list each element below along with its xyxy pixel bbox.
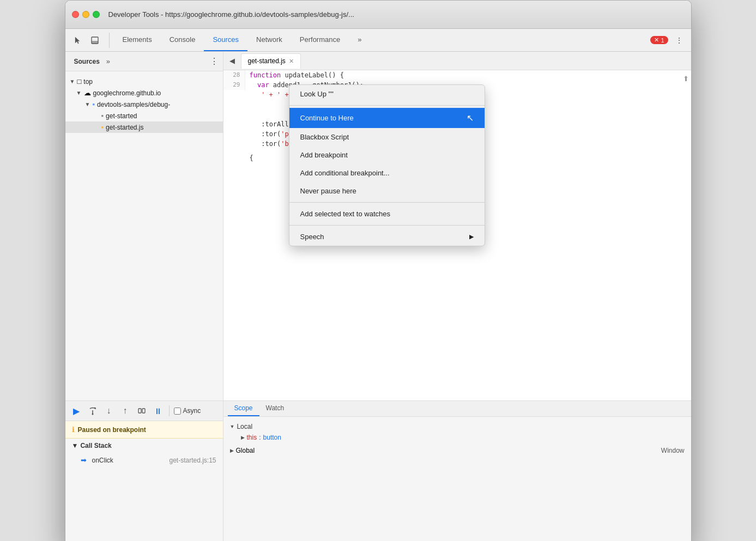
code-tab-get-started-js[interactable]: get-started.js ✕ bbox=[241, 53, 301, 69]
step-out-button[interactable]: ↑ bbox=[119, 404, 132, 417]
window-title: Developer Tools - https://googlechrome.g… bbox=[108, 10, 354, 19]
file-sidebar: Sources » ⋮ ▼ □ top ▼ ☁ googlechrome.git… bbox=[65, 52, 223, 400]
toolbar-tabs: Elements Console Sources Network Perform… bbox=[114, 29, 651, 51]
scope-local-section: ▼ Local ▶ this : button bbox=[230, 421, 685, 443]
ctx-add-breakpoint[interactable]: Add breakpoint bbox=[289, 146, 485, 164]
tab-sources[interactable]: Sources bbox=[204, 29, 247, 51]
folder-blue-icon: ▪ bbox=[93, 100, 95, 108]
cloud-icon: ☁ bbox=[84, 89, 91, 97]
step-over-button[interactable] bbox=[86, 404, 99, 417]
scope-tabs: Scope Watch bbox=[223, 401, 691, 417]
scope-this-toggle-icon: ▶ bbox=[241, 435, 245, 440]
scope-global-section: ▶ Global Window bbox=[230, 445, 685, 456]
maximize-button[interactable] bbox=[93, 11, 100, 18]
ctx-separator-3 bbox=[289, 225, 485, 226]
step-button[interactable] bbox=[135, 404, 148, 417]
dock-icon[interactable] bbox=[87, 33, 102, 48]
call-stack-toggle-icon: ▼ bbox=[72, 442, 78, 449]
cursor-icon[interactable] bbox=[70, 33, 85, 48]
scope-tab-watch[interactable]: Watch bbox=[259, 401, 291, 416]
cursor-indicator: ↖ bbox=[467, 113, 474, 123]
tab-console[interactable]: Console bbox=[161, 29, 204, 51]
ctx-never-pause-here[interactable]: Never pause here bbox=[289, 182, 485, 200]
close-button[interactable] bbox=[72, 11, 79, 18]
tab-network[interactable]: Network bbox=[247, 29, 291, 51]
file-icon: ▪ bbox=[101, 112, 104, 120]
traffic-lights bbox=[72, 11, 100, 18]
tree-toggle-icon bbox=[94, 124, 99, 130]
svg-point-2 bbox=[92, 414, 93, 415]
tree-toggle-icon: ▼ bbox=[85, 101, 90, 107]
submenu-arrow-icon: ▶ bbox=[469, 233, 474, 240]
scope-global-header[interactable]: ▶ Global Window bbox=[230, 445, 685, 456]
main-toolbar: Elements Console Sources Network Perform… bbox=[65, 29, 691, 52]
ctx-continue-here[interactable]: Continue to Here ↖ bbox=[289, 108, 485, 128]
svg-rect-3 bbox=[138, 409, 141, 413]
step-into-button[interactable]: ↓ bbox=[102, 404, 116, 417]
call-stack-arrow-icon: ➡ bbox=[81, 456, 87, 464]
sidebar-header: Sources » ⋮ bbox=[65, 52, 223, 71]
debug-toolbar: ▶ ↓ ↑ ⏸ bbox=[65, 401, 223, 421]
ctx-separator-1 bbox=[289, 105, 485, 106]
call-stack-item-onclick[interactable]: ➡ onClick get-started.js:15 bbox=[65, 453, 223, 467]
sidebar-menu-button[interactable]: ⋮ bbox=[210, 56, 219, 66]
debug-separator bbox=[169, 405, 170, 416]
bottom-left-panel: ▶ ↓ ↑ ⏸ bbox=[65, 401, 223, 541]
tree-item-domain[interactable]: ▼ ☁ googlechrome.github.io bbox=[65, 87, 223, 99]
bottom-right-panel: Scope Watch ▼ Local ▶ this : bbox=[223, 401, 691, 541]
scope-content: ▼ Local ▶ this : button ▶ Gl bbox=[223, 417, 691, 463]
tab-elements[interactable]: Elements bbox=[114, 29, 161, 51]
tab-more[interactable]: » bbox=[349, 29, 370, 51]
tree-item-top[interactable]: ▼ □ top bbox=[65, 76, 223, 87]
file-tree: ▼ □ top ▼ ☁ googlechrome.github.io ▼ ▪ d… bbox=[65, 71, 223, 400]
pause-button[interactable]: ⏸ bbox=[152, 404, 165, 417]
code-line-28: 28 function updateLabel() { bbox=[223, 70, 691, 80]
error-badge[interactable]: ✕ 1 bbox=[650, 36, 668, 44]
code-tab-nav-left[interactable]: ◀ bbox=[226, 54, 239, 68]
tree-toggle-icon: ▼ bbox=[76, 90, 82, 96]
more-menu-button[interactable]: ⋮ bbox=[672, 33, 687, 48]
scope-local-toggle-icon: ▼ bbox=[230, 424, 235, 429]
scope-tab-scope[interactable]: Scope bbox=[228, 401, 259, 416]
tree-item-get-started-js[interactable]: ▪ get-started.js bbox=[65, 121, 223, 133]
svg-rect-1 bbox=[92, 41, 98, 44]
code-tabs: ◀ get-started.js ✕ bbox=[223, 52, 691, 70]
ctx-blackbox-script[interactable]: Blackbox Script bbox=[289, 128, 485, 146]
toolbar-icons bbox=[70, 33, 110, 48]
scope-this-item[interactable]: ▶ this : button bbox=[230, 432, 685, 443]
main-content: Sources » ⋮ ▼ □ top ▼ ☁ googlechrome.git… bbox=[65, 52, 691, 400]
js-file-icon: ▪ bbox=[101, 123, 104, 131]
scope-local-header[interactable]: ▼ Local bbox=[230, 421, 685, 432]
ctx-add-to-watches[interactable]: Add selected text to watches bbox=[289, 205, 485, 223]
minimize-button[interactable] bbox=[82, 11, 89, 18]
resume-button[interactable]: ▶ bbox=[70, 404, 83, 417]
folder-icon: □ bbox=[77, 77, 82, 86]
async-check-input[interactable] bbox=[174, 408, 181, 415]
sidebar-sources-tab[interactable]: Sources bbox=[70, 56, 104, 68]
tab-performance[interactable]: Performance bbox=[291, 29, 349, 51]
sidebar-more-button[interactable]: » bbox=[104, 56, 112, 66]
tree-item-get-started[interactable]: ▪ get-started bbox=[65, 110, 223, 121]
titlebar: Developer Tools - https://googlechrome.g… bbox=[65, 1, 691, 29]
tree-toggle-icon bbox=[94, 113, 99, 119]
toolbar-right: ✕ 1 ⋮ bbox=[650, 33, 686, 48]
code-area: ◀ get-started.js ✕ 28 function updateLab… bbox=[223, 52, 691, 400]
devtools-window: Developer Tools - https://googlechrome.g… bbox=[65, 0, 692, 541]
ctx-look-up[interactable]: Look Up "" bbox=[289, 85, 485, 103]
tab-close-button[interactable]: ✕ bbox=[289, 58, 294, 65]
ctx-separator-2 bbox=[289, 202, 485, 203]
call-stack-header[interactable]: ▼ Call Stack bbox=[65, 439, 223, 453]
scope-global-toggle-icon: ▶ bbox=[230, 448, 234, 453]
bottom-bar: ▶ ↓ ↑ ⏸ bbox=[65, 400, 691, 541]
tree-item-folder[interactable]: ▼ ▪ devtools-samples/debug- bbox=[65, 99, 223, 110]
ctx-speech[interactable]: Speech ▶ bbox=[289, 228, 485, 246]
ctx-add-conditional-breakpoint[interactable]: Add conditional breakpoint... bbox=[289, 164, 485, 182]
svg-rect-4 bbox=[142, 409, 145, 413]
info-icon: ℹ bbox=[72, 425, 75, 434]
tree-toggle-icon: ▼ bbox=[70, 78, 75, 84]
scroll-up-button[interactable]: ⬆ bbox=[683, 75, 689, 83]
context-menu: Look Up "" Continue to Here ↖ Blackbox S… bbox=[289, 84, 485, 246]
async-checkbox[interactable]: Async bbox=[174, 407, 201, 415]
paused-notice: ℹ Paused on breakpoint bbox=[65, 421, 223, 439]
